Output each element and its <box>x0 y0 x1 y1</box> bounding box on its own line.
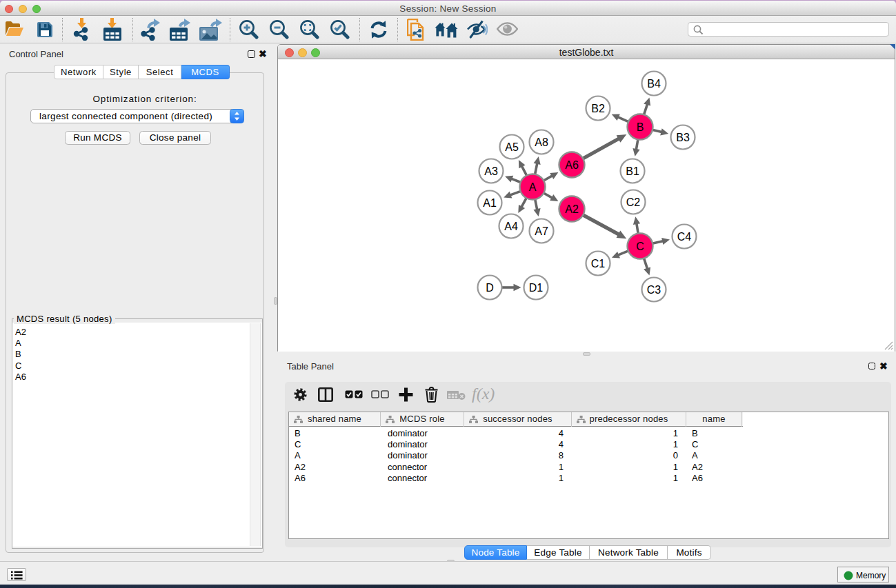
svg-text:D1: D1 <box>529 282 544 294</box>
svg-text:B: B <box>637 121 644 133</box>
svg-text:A8: A8 <box>535 136 548 148</box>
svg-text:C3: C3 <box>647 284 661 296</box>
svg-text:A4: A4 <box>504 221 518 232</box>
svg-text:A3: A3 <box>484 165 498 177</box>
svg-text:B3: B3 <box>676 132 690 143</box>
svg-text:A7: A7 <box>535 225 548 237</box>
svg-text:D: D <box>486 282 494 294</box>
svg-text:C1: C1 <box>591 258 606 270</box>
svg-text:B4: B4 <box>647 78 661 90</box>
svg-text:A: A <box>529 181 537 193</box>
svg-text:B1: B1 <box>626 165 639 177</box>
svg-text:A2: A2 <box>565 203 579 215</box>
svg-text:C2: C2 <box>626 196 641 208</box>
svg-text:A6: A6 <box>565 159 579 171</box>
svg-text:B2: B2 <box>591 103 605 114</box>
svg-text:A5: A5 <box>505 141 519 153</box>
svg-text:C: C <box>636 241 644 252</box>
svg-text:A1: A1 <box>483 197 497 209</box>
svg-text:C4: C4 <box>677 231 692 243</box>
